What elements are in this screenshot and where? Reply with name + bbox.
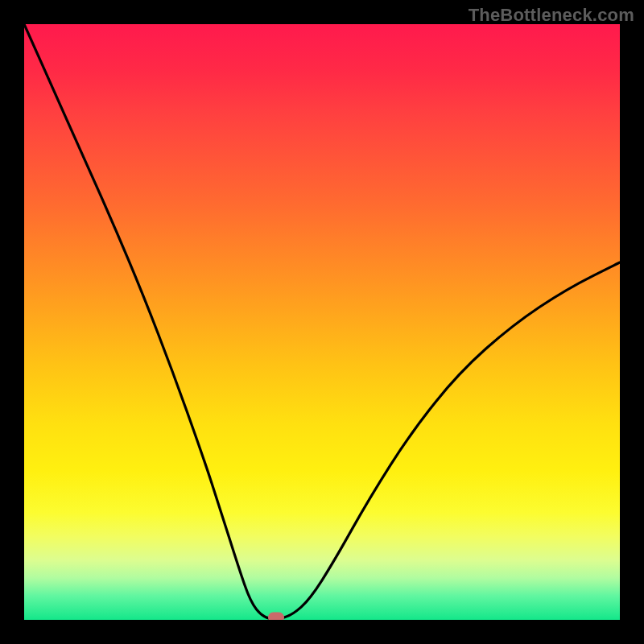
chart-frame: TheBottleneck.com — [0, 0, 644, 644]
curve-path — [24, 24, 620, 619]
plot-area — [24, 24, 620, 620]
min-marker — [268, 613, 284, 620]
watermark-text: TheBottleneck.com — [469, 5, 634, 26]
bottleneck-curve — [24, 24, 620, 620]
